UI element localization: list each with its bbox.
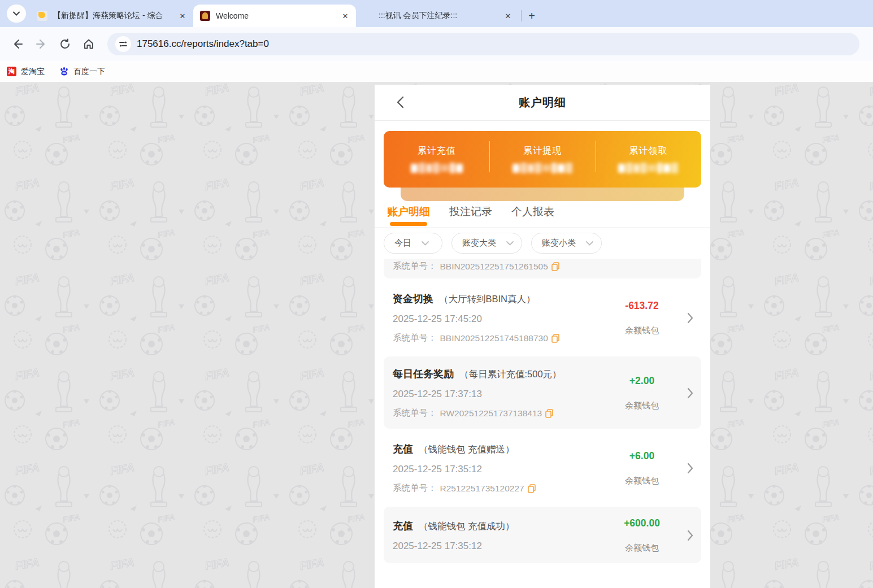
order-number: BBIN202512251751261505: [440, 262, 548, 272]
bookmark-baidu[interactable]: du 百度一下: [59, 67, 105, 77]
close-icon[interactable]: ✕: [340, 11, 350, 21]
chevron-right-icon[interactable]: [679, 530, 693, 541]
bookmark-label: 百度一下: [73, 67, 105, 77]
masked-value: [512, 163, 572, 174]
transaction-note: （每日累计充值:500元）: [459, 368, 562, 381]
browser-tab-welcome[interactable]: Welcome ✕: [193, 5, 356, 27]
copy-icon[interactable]: [551, 262, 559, 271]
transaction-note: （钱能钱包 充值成功）: [419, 520, 515, 533]
transaction-amount: +6.00: [629, 450, 654, 462]
wallet-name: 余额钱包: [625, 400, 659, 411]
copy-icon[interactable]: [545, 409, 553, 418]
bookmark-label: 爱淘宝: [21, 67, 45, 77]
welcome-favicon-icon: [200, 11, 210, 21]
stat-total-withdrawal: 累计提现: [489, 131, 595, 188]
tab-title: :::视讯 会员下注纪录:::: [379, 11, 500, 21]
transaction-row[interactable]: 充值 （钱能钱包 充值赠送） 2025-12-25 17:35:12 系统单号：…: [384, 432, 701, 504]
url-text[interactable]: 175616.cc/reports/index?tab=0: [137, 38, 269, 50]
back-arrow-icon: [11, 38, 24, 50]
browser-toolbar: 175616.cc/reports/index?tab=0: [0, 27, 873, 61]
chevron-down-icon: [13, 11, 20, 16]
stats-section: 累计充值 累计提现 累计领取: [375, 121, 710, 195]
stats-card: 累计充值 累计提现 累计领取: [384, 131, 701, 188]
transaction-time: 2025-12-25 17:45:20: [393, 313, 605, 325]
order-number: R2512251735120227: [440, 484, 524, 494]
account-detail-panel: 账户明细 累计充值 累计提现 累计领取 账户明细 投注记: [375, 85, 710, 588]
reload-button[interactable]: [53, 32, 77, 56]
transaction-list: 系统单号： BBIN202512251751261505 资金切换 （大厅转到B…: [375, 259, 710, 588]
tab-title: 【新提醒】海燕策略论坛 - 综合: [53, 11, 174, 21]
transaction-type: 资金切换: [393, 292, 433, 306]
filter-change-subcategory[interactable]: 账变小类: [531, 233, 602, 254]
chevron-down-icon: [422, 241, 429, 246]
forward-arrow-icon: [35, 38, 47, 50]
filter-bar: 今日 账变大类 账变小类: [375, 228, 710, 259]
stat-label: 累计充值: [418, 145, 456, 157]
stat-label: 累计提现: [523, 145, 562, 157]
close-icon[interactable]: ✕: [503, 11, 513, 21]
transaction-note: （钱能钱包 充值赠送）: [419, 443, 515, 456]
browser-tab-strip: 【新提醒】海燕策略论坛 - 综合 ✕ Welcome ✕ :::视讯 会员下注纪…: [0, 0, 873, 27]
back-chevron-icon[interactable]: [392, 94, 409, 111]
page-header: 账户明细: [375, 85, 710, 121]
forward-button[interactable]: [29, 32, 53, 56]
browser-tab-betting-records[interactable]: :::视讯 会员下注纪录::: ✕: [356, 5, 519, 27]
stat-total-deposit: 累计充值: [384, 131, 489, 188]
order-label: 系统单号：: [393, 407, 437, 419]
address-bar[interactable]: 175616.cc/reports/index?tab=0: [107, 33, 859, 55]
transaction-note: （大厅转到BBIN真人）: [439, 293, 536, 306]
transaction-row[interactable]: 资金切换 （大厅转到BBIN真人） 2025-12-25 17:45:20 系统…: [384, 281, 701, 354]
page-title: 账户明细: [519, 95, 566, 110]
globe-favicon-icon: [363, 11, 373, 21]
copy-icon[interactable]: [528, 484, 536, 493]
tab-account-detail[interactable]: 账户明细: [387, 204, 430, 227]
reload-icon: [59, 38, 71, 50]
transaction-time: 2025-12-25 17:37:13: [393, 389, 605, 400]
taobao-icon: 淘: [7, 67, 16, 76]
order-number: RW202512251737138413: [440, 408, 542, 419]
transaction-type: 每日任务奖励: [393, 367, 454, 381]
site-settings-icon[interactable]: [115, 36, 131, 52]
page-viewport: FIFA FIFA 账户明细: [0, 82, 873, 588]
chevron-down-icon: [506, 241, 514, 246]
stat-label: 累计领取: [629, 145, 667, 157]
chevron-right-icon[interactable]: [679, 312, 693, 324]
masked-value: [411, 163, 463, 174]
filter-date-range[interactable]: 今日: [384, 233, 442, 254]
close-icon[interactable]: ✕: [177, 11, 188, 21]
transaction-row[interactable]: 充值 （钱能钱包 充值成功） 2025-12-25 17:35:12 +600.…: [384, 507, 701, 563]
tab-divider: [521, 10, 522, 21]
masked-value: [618, 163, 678, 174]
order-number: BBIN202512251745188730: [440, 333, 548, 343]
transaction-row-partial[interactable]: 系统单号： BBIN202512251751261505: [384, 259, 701, 278]
new-tab-button[interactable]: +: [524, 8, 540, 24]
home-button[interactable]: [77, 32, 101, 56]
forum-favicon-icon: [37, 11, 47, 21]
tab-betting-records[interactable]: 投注记录: [449, 204, 492, 227]
transaction-time: 2025-12-25 17:35:12: [393, 464, 605, 475]
tab-search-button[interactable]: [7, 5, 26, 23]
home-icon: [82, 38, 95, 50]
order-label: 系统单号：: [393, 260, 437, 272]
filter-change-category[interactable]: 账变大类: [451, 233, 522, 254]
chevron-right-icon[interactable]: [679, 387, 693, 399]
wallet-name: 余额钱包: [625, 543, 659, 554]
bookmark-aitaobao[interactable]: 淘 爱淘宝: [7, 67, 45, 77]
wallet-name: 余额钱包: [625, 476, 659, 486]
baidu-paw-icon: du: [59, 67, 69, 76]
order-label: 系统单号：: [393, 332, 437, 344]
chevron-down-icon: [586, 241, 593, 246]
tab-personal-report[interactable]: 个人报表: [511, 204, 554, 227]
transaction-type: 充值: [393, 442, 413, 456]
transaction-row[interactable]: 每日任务奖励 （每日累计充值:500元） 2025-12-25 17:37:13…: [384, 356, 701, 429]
order-label: 系统单号：: [393, 482, 437, 494]
transaction-amount: +2.00: [629, 375, 654, 387]
copy-icon[interactable]: [551, 334, 559, 343]
transaction-amount: -613.72: [625, 300, 658, 312]
transaction-amount: +600.00: [624, 517, 660, 529]
chevron-right-icon[interactable]: [679, 463, 693, 474]
back-button[interactable]: [6, 32, 29, 56]
browser-tab-forum[interactable]: 【新提醒】海燕策略论坛 - 综合 ✕: [31, 5, 193, 27]
transaction-type: 充值: [393, 519, 413, 533]
bookmarks-bar: 淘 爱淘宝 du 百度一下: [0, 61, 873, 82]
